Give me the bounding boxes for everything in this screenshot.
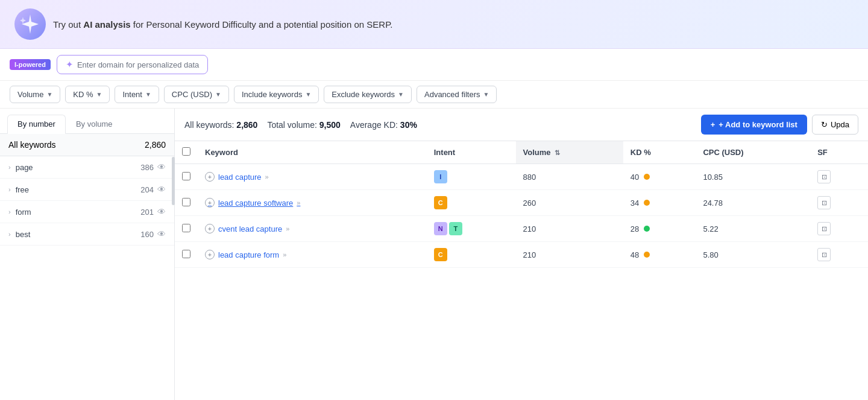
add-to-keyword-list-button[interactable]: + + Add to keyword list [701, 115, 807, 135]
table-row: + lead capture form » C 210 48 5.80 [175, 242, 868, 268]
sidebar-item-count-value: 160 [140, 230, 154, 239]
intent-badge-c: C [434, 248, 447, 261]
eye-icon[interactable]: 👁 [157, 162, 166, 172]
sparkle-icon: ✦ [66, 59, 74, 70]
add-keyword-icon[interactable]: + [205, 224, 215, 233]
keyword-table: Keyword Intent Volume ⇅ KD % CPC (USD) S… [175, 141, 868, 268]
sf-cell: ⊡ [810, 164, 868, 190]
chevron-down-icon: ▼ [305, 91, 311, 98]
sort-icon: ⇅ [555, 149, 560, 156]
tab-by-number[interactable]: By number [7, 115, 66, 134]
sidebar-item-label: form [16, 208, 31, 217]
row-checkbox[interactable] [182, 250, 190, 258]
chevron-down-icon: ▼ [96, 91, 102, 98]
update-label: Upda [831, 120, 849, 129]
intent-badge-c: C [434, 196, 447, 209]
chevron-down-icon: ▼ [483, 91, 489, 98]
volume-cell: 210 [516, 216, 623, 242]
col-sf: SF [810, 141, 868, 164]
keyword-text: cvent lead capture [218, 224, 282, 233]
kd-cell: 40 [623, 164, 696, 190]
row-checkbox[interactable] [182, 172, 190, 180]
sidebar-wrapper: By number By volume All keywords 2,860 ›… [0, 109, 175, 400]
advanced-filters-label: Advanced filters [424, 90, 480, 99]
col-checkbox [175, 141, 198, 164]
sidebar-item-form[interactable]: › form 201 👁 [0, 201, 174, 223]
eye-icon[interactable]: 👁 [157, 185, 166, 194]
domain-input-button[interactable]: ✦ Enter domain for personalized data [57, 55, 208, 74]
kd-filter[interactable]: KD % ▼ [65, 86, 110, 103]
total-volume-value: 9,500 [319, 120, 341, 130]
add-keyword-icon[interactable]: + [205, 250, 215, 259]
row-checkbox-cell [175, 190, 198, 216]
cpc-filter[interactable]: CPC (USD) ▼ [164, 86, 229, 103]
sidebar-list: › page 386 👁 › free 204 👁 [0, 156, 174, 400]
advanced-filters[interactable]: Advanced filters ▼ [417, 86, 497, 103]
stat-avg-kd: Average KD: 30% [350, 120, 417, 130]
intent-badge-i: I [434, 170, 447, 183]
keyword-link[interactable]: + lead capture form » [205, 250, 420, 259]
chevron-down-icon: ▼ [215, 91, 221, 98]
chevron-right-icon: › [8, 230, 11, 238]
add-keyword-icon[interactable]: + [205, 172, 215, 182]
volume-cell: 880 [516, 164, 623, 190]
exclude-keywords-filter[interactable]: Exclude keywords ▼ [324, 86, 412, 103]
arrows-icon: » [286, 225, 289, 232]
include-keywords-label: Include keywords [242, 90, 302, 99]
sidebar-item-count-value: 386 [140, 163, 154, 172]
select-all-checkbox[interactable] [182, 147, 190, 156]
banner-bold: AI analysis [83, 19, 130, 30]
row-checkbox[interactable] [182, 224, 190, 232]
chevron-down-icon: ▼ [398, 91, 404, 98]
eye-icon[interactable]: 👁 [157, 207, 166, 217]
serp-icon[interactable]: ⊡ [817, 196, 831, 209]
kd-indicator [644, 226, 650, 232]
arrows-icon: » [283, 251, 286, 258]
intent-filter[interactable]: Intent ▼ [115, 86, 159, 103]
banner-text: Try out AI analysis for Personal Keyword… [53, 19, 392, 30]
serp-icon[interactable]: ⊡ [817, 170, 831, 183]
volume-cell: 260 [516, 190, 623, 216]
serp-icon[interactable]: ⊡ [817, 222, 831, 235]
sidebar-item-page[interactable]: › page 386 👁 [0, 156, 174, 179]
keyword-cell: + lead capture form » [198, 242, 427, 268]
sidebar-tabs: By number By volume [0, 109, 174, 134]
eye-icon[interactable]: 👁 [157, 229, 166, 239]
keyword-text: lead capture form [218, 250, 279, 259]
update-button[interactable]: ↻ Upda [812, 115, 858, 135]
cpc-cell: 10.85 [696, 164, 810, 190]
kd-cell: 34 [623, 190, 696, 216]
add-keyword-icon[interactable]: + [205, 198, 215, 208]
include-keywords-filter[interactable]: Include keywords ▼ [234, 86, 319, 103]
sidebar-item-label: free [16, 185, 29, 194]
sidebar-item-free[interactable]: › free 204 👁 [0, 179, 174, 201]
sidebar-item-label: best [16, 230, 31, 239]
volume-filter[interactable]: Volume ▼ [10, 86, 60, 103]
row-checkbox[interactable] [182, 198, 190, 206]
cpc-cell: 24.78 [696, 190, 810, 216]
intent-badge-n: N [434, 222, 447, 235]
content-area: All keywords: 2,860 Total volume: 9,500 … [175, 109, 868, 400]
kd-cell: 28 [623, 216, 696, 242]
all-keywords-row: All keywords 2,860 [0, 134, 174, 156]
col-kd: KD % [623, 141, 696, 164]
ai-sparkle-icon [14, 8, 46, 40]
serp-icon[interactable]: ⊡ [817, 248, 831, 261]
filters-bar: Volume ▼ KD % ▼ Intent ▼ CPC (USD) ▼ Inc… [0, 81, 868, 109]
intent-group: N T [434, 222, 509, 235]
chevron-down-icon: ▼ [46, 91, 52, 98]
all-keywords-value: 2,860 [236, 120, 257, 130]
keyword-link[interactable]: + cvent lead capture » [205, 224, 420, 233]
tab-by-volume[interactable]: By volume [66, 115, 123, 133]
intent-badge-t: T [449, 222, 462, 235]
main-layout: By number By volume All keywords 2,860 ›… [0, 109, 868, 400]
intent-cell: C [427, 242, 516, 268]
sidebar-item-best[interactable]: › best 160 👁 [0, 223, 174, 246]
col-volume[interactable]: Volume ⇅ [516, 141, 623, 164]
keyword-cell: + lead capture software » [198, 190, 427, 216]
keyword-link[interactable]: + lead capture software » [205, 198, 420, 208]
domain-placeholder: Enter domain for personalized data [77, 60, 199, 69]
chevron-right-icon: › [8, 163, 11, 171]
keyword-link[interactable]: + lead capture » [205, 172, 420, 182]
keyword-cell: + lead capture » [198, 164, 427, 190]
